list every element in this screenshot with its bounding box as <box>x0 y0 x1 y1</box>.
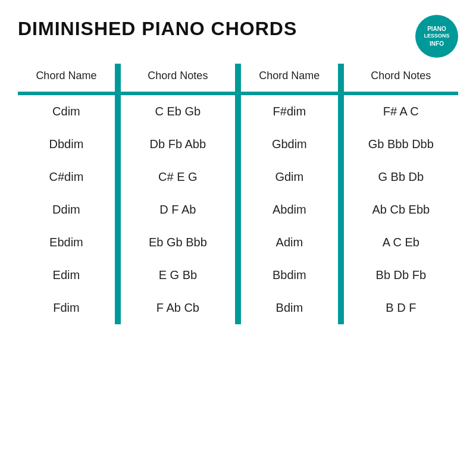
chord-notes-left: Eb Gb Bbb <box>121 226 235 259</box>
chords-table: Chord Name Chord Notes Chord Name Chord … <box>18 64 458 324</box>
divider <box>338 95 344 128</box>
chord-notes-right: A C Eb <box>344 226 458 259</box>
logo-badge: PIANO LESSONS INFO <box>415 15 458 58</box>
divider <box>115 193 121 226</box>
chord-notes-right: F# A C <box>344 95 458 128</box>
divider <box>115 128 121 161</box>
divider <box>115 292 121 324</box>
chord-notes-left: E G Bb <box>121 259 235 292</box>
chord-name-right: Gdim <box>241 161 338 193</box>
chord-name-right: F#dim <box>241 95 338 128</box>
chord-notes-left: C# E G <box>121 161 235 193</box>
chord-notes-left: C Eb Gb <box>121 95 235 128</box>
divider <box>235 128 241 161</box>
divider-1 <box>115 64 121 92</box>
divider <box>235 226 241 259</box>
table-row: DbdimDb Fb AbbGbdimGb Bbb Dbb <box>18 128 458 161</box>
divider <box>235 193 241 226</box>
table-row: CdimC Eb GbF#dimF# A C <box>18 95 458 128</box>
divider <box>235 161 241 193</box>
divider <box>338 292 344 324</box>
divider <box>338 128 344 161</box>
divider <box>235 259 241 292</box>
table-row: EdimE G BbBbdimBb Db Fb <box>18 259 458 292</box>
divider <box>115 259 121 292</box>
page: DIMINISHED PIANO CHORDS PIANO LESSONS IN… <box>0 0 476 476</box>
chord-name-left: Dbdim <box>18 128 115 161</box>
divider <box>338 226 344 259</box>
logo-line2: LESSONS <box>424 33 449 40</box>
chord-name-left: Ddim <box>18 193 115 226</box>
chord-notes-left: D F Ab <box>121 193 235 226</box>
col-header-1: Chord Name <box>18 64 115 92</box>
chord-notes-right: Ab Cb Ebb <box>344 193 458 226</box>
chord-name-left: C#dim <box>18 161 115 193</box>
header-area: DIMINISHED PIANO CHORDS PIANO LESSONS IN… <box>18 12 458 58</box>
chord-name-right: Gbdim <box>241 128 338 161</box>
table-row: DdimD F AbAbdimAb Cb Ebb <box>18 193 458 226</box>
chord-name-left: Ebdim <box>18 226 115 259</box>
table-row: FdimF Ab CbBdimB D F <box>18 292 458 324</box>
divider <box>115 226 121 259</box>
table-row: C#dimC# E GGdimG Bb Db <box>18 161 458 193</box>
divider-3 <box>338 64 344 92</box>
chord-notes-right: Bb Db Fb <box>344 259 458 292</box>
chord-name-left: Edim <box>18 259 115 292</box>
chord-notes-left: Db Fb Abb <box>121 128 235 161</box>
divider <box>338 259 344 292</box>
divider <box>338 193 344 226</box>
logo-line3: INFO <box>430 40 444 48</box>
divider <box>235 292 241 324</box>
col-header-4: Chord Notes <box>344 64 458 92</box>
chord-name-right: Bbdim <box>241 259 338 292</box>
divider <box>235 95 241 128</box>
chord-name-right: Bdim <box>241 292 338 324</box>
chord-name-right: Adim <box>241 226 338 259</box>
divider <box>338 161 344 193</box>
chord-name-left: Cdim <box>18 95 115 128</box>
header-row: Chord Name Chord Notes Chord Name Chord … <box>18 64 458 92</box>
divider <box>115 161 121 193</box>
table-row: EbdimEb Gb BbbAdimA C Eb <box>18 226 458 259</box>
divider-2 <box>235 64 241 92</box>
chord-name-left: Fdim <box>18 292 115 324</box>
logo-line1: PIANO <box>427 25 446 33</box>
chord-name-right: Abdim <box>241 193 338 226</box>
chord-notes-right: Gb Bbb Dbb <box>344 128 458 161</box>
main-title: DIMINISHED PIANO CHORDS <box>18 18 297 40</box>
divider <box>115 95 121 128</box>
chord-notes-right: B D F <box>344 292 458 324</box>
chord-notes-right: G Bb Db <box>344 161 458 193</box>
col-header-3: Chord Name <box>241 64 338 92</box>
chord-notes-left: F Ab Cb <box>121 292 235 324</box>
col-header-2: Chord Notes <box>121 64 235 92</box>
